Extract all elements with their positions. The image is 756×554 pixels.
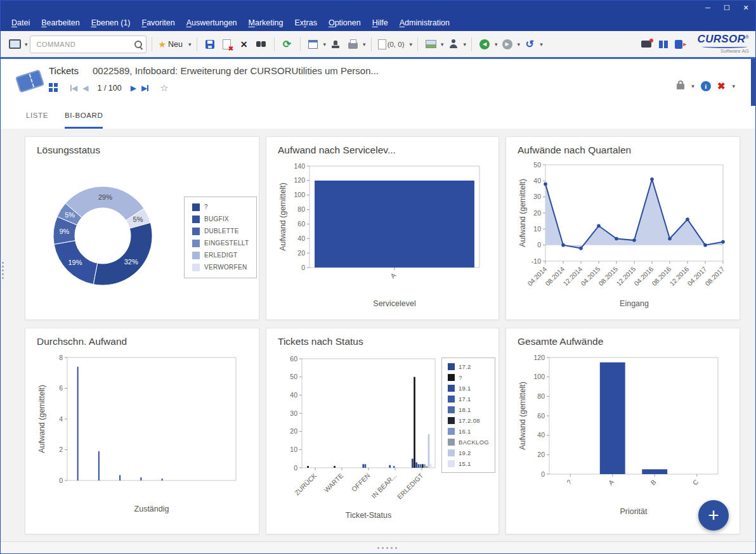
nav-prev-button[interactable]: ◀ [82,84,88,93]
layout-button[interactable] [656,36,671,53]
menu-auswertungen[interactable]: Auswertungen [181,18,243,27]
system-monitor-button[interactable] [639,36,654,53]
svg-text:10: 10 [290,446,297,453]
nav-last-button[interactable]: ▶ [141,84,148,93]
save-button[interactable] [202,36,218,53]
command-input[interactable] [36,40,133,49]
svg-text:40: 40 [533,177,541,184]
contact-dropdown[interactable]: ▾ [464,41,467,48]
delete-record-button[interactable]: ✖ [219,36,235,53]
selection-count-dropdown[interactable]: ▾ [409,41,412,48]
svg-text:WARTE: WARTE [323,472,345,494]
command-target-button[interactable] [7,36,22,53]
splitter-handle[interactable] [2,262,4,264]
menu-bar: DateiBearbeitenEbenen (1)FavoritenAuswer… [1,15,755,31]
app-window: ─ ☐ ✕ DateiBearbeitenEbenen (1)Favoriten… [0,0,756,554]
record-position: 1 / 100 [97,84,121,93]
svg-text:32%: 32% [124,258,138,266]
svg-text:60: 60 [297,220,305,228]
menu-ebenen1[interactable]: Ebenen (1) [86,18,136,27]
legend-item: ERLEDIGT [192,252,249,259]
selection-count-button[interactable]: (0, 0) [377,36,407,53]
forward-button[interactable]: ▶ [500,36,515,53]
close-record-dropdown[interactable]: ▾ [732,83,735,89]
cancel-button[interactable]: ✕ [237,36,252,53]
form-button[interactable] [306,36,321,53]
main-toolbar: ▾ ★ Neu ▾ ✖ ✕ ⟳ ▾ ▾ (0, 0) ▾ ▾ [1,31,755,59]
history-dropdown[interactable]: ▾ [540,41,543,48]
menu-marketing[interactable]: Marketing [243,18,289,27]
print-dropdown[interactable]: ▾ [363,41,366,48]
stamp-button[interactable] [328,36,343,53]
chart-title-servicelevel: Aufwand nach Servicelev... [278,145,490,156]
legend-swatch-icon [448,417,455,424]
tab-bi-board[interactable]: BI-BOARD [65,112,103,129]
maximize-button[interactable]: ☐ [717,1,736,14]
image-dropdown[interactable]: ▾ [441,41,444,48]
svg-text:50: 50 [533,161,541,169]
svg-text:140: 140 [294,162,305,170]
nav-first-button[interactable]: ◀ [70,84,77,93]
title-bar: ─ ☐ ✕ [1,1,755,15]
hscroll-grip[interactable] [377,547,379,549]
new-record-button[interactable]: ★ Neu [157,36,186,53]
print-button[interactable] [345,36,360,53]
add-fab-button[interactable]: + [698,500,729,531]
back-icon: ◀ [479,39,490,49]
svg-text:20: 20 [537,451,545,458]
svg-text:0: 0 [301,264,305,271]
svg-text:20: 20 [297,249,305,257]
lock-button[interactable] [677,81,684,92]
close-record-button[interactable]: ✖ [717,81,726,92]
close-button[interactable]: ✕ [736,1,755,14]
info-button[interactable]: i [701,81,711,91]
overview-button[interactable] [49,83,60,93]
legend-item: 17.1 [448,396,489,403]
search-icon[interactable] [133,39,143,49]
menu-bearbeiten[interactable]: Bearbeiten [36,18,85,27]
chart-title-durchschn: Durchschn. Aufwand [37,336,250,347]
svg-text:Aufwand (gemittelt): Aufwand (gemittelt) [518,179,527,247]
svg-text:9%: 9% [59,228,69,235]
favorite-button[interactable]: ☆ [160,82,168,94]
tab-liste[interactable]: LISTE [26,112,48,129]
legend-item: 19.2 [448,449,489,456]
minimize-button[interactable]: ─ [698,1,717,14]
command-target-dropdown[interactable]: ▾ [25,41,28,48]
delete-document-icon: ✖ [223,39,231,49]
toolbar-separator [152,37,152,51]
lock-dropdown[interactable]: ▾ [691,83,694,89]
screen-icon [9,39,21,49]
svg-text:100: 100 [294,191,305,198]
search-records-button[interactable] [254,36,269,53]
logout-button[interactable] [673,36,688,53]
back-button[interactable]: ◀ [477,36,492,53]
menu-hilfe[interactable]: Hilfe [367,18,394,27]
nav-next-button[interactable]: ▶ [131,84,136,93]
svg-text:Priorität: Priorität [620,507,648,516]
menu-administration[interactable]: Administration [394,18,455,27]
legend-item: ? [448,374,489,381]
bottom-scrollbar [1,541,755,553]
stamp-icon [331,40,340,49]
history-button[interactable]: ↺ [522,36,537,53]
legend-swatch-icon [448,363,455,370]
contact-button[interactable] [446,36,461,53]
image-button[interactable] [423,36,438,53]
forward-dropdown[interactable]: ▾ [518,41,521,48]
svg-text:20: 20 [290,427,297,435]
chart-title-gesamt: Gesamte Aufwände [518,336,731,347]
menu-favoriten[interactable]: Favoriten [136,18,181,27]
menu-optionen[interactable]: Optionen [323,18,367,27]
loesungsstatus-donut-chart: 29%5%32%19%9%5% [39,172,166,302]
refresh-button[interactable]: ⟳ [280,36,295,53]
record-actions: ▾ i ✖ ▾ [677,81,735,92]
new-star-icon: ★ [159,39,167,49]
back-dropdown[interactable]: ▾ [495,41,498,48]
form-dropdown[interactable]: ▾ [323,41,327,48]
new-record-dropdown[interactable]: ▾ [188,41,192,48]
menu-datei[interactable]: Datei [6,18,36,27]
grid-icon [49,83,53,87]
menu-extras[interactable]: Extras [289,18,322,27]
svg-text:5%: 5% [65,211,75,219]
